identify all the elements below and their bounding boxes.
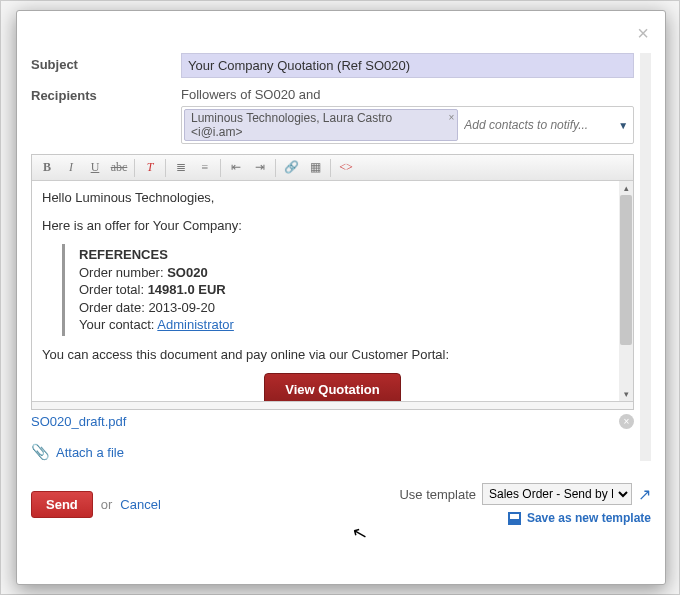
recipient-tag: Luminous Technologies, Laura Castro <i@i… bbox=[184, 109, 458, 141]
order-total-label: Order total: bbox=[79, 282, 148, 297]
view-quotation-button[interactable]: View Quotation bbox=[264, 373, 400, 401]
contact-label: Your contact: bbox=[79, 317, 157, 332]
order-date: 2013-09-20 bbox=[148, 300, 215, 315]
ol-button[interactable]: ≡ bbox=[194, 158, 216, 178]
body-intro: Here is an offer for Your Company: bbox=[42, 217, 623, 235]
references-block: REFERENCES Order number: SO020 Order tot… bbox=[62, 244, 623, 336]
portal-line: You can access this document and pay onl… bbox=[42, 346, 623, 364]
scroll-up-icon[interactable]: ▴ bbox=[619, 181, 633, 195]
save-template-label: Save as new template bbox=[527, 511, 651, 525]
modal-scrollbar[interactable] bbox=[640, 53, 651, 461]
compose-email-modal: × Subject Recipients Followers of SO020 … bbox=[16, 10, 666, 585]
cancel-button[interactable]: Cancel bbox=[120, 497, 160, 512]
recipients-label: Recipients bbox=[31, 84, 181, 103]
strike-button[interactable]: abc bbox=[108, 158, 130, 178]
subject-label: Subject bbox=[31, 53, 181, 72]
editor-body[interactable]: Hello Luminous Technologies, Here is an … bbox=[32, 181, 633, 401]
attachment-name[interactable]: SO020_draft.pdf bbox=[31, 414, 126, 429]
or-text: or bbox=[101, 497, 113, 512]
subject-input[interactable] bbox=[181, 53, 634, 78]
bold-button[interactable]: B bbox=[36, 158, 58, 178]
order-total: 14981.0 EUR bbox=[148, 282, 226, 297]
clear-format-button[interactable]: T bbox=[139, 158, 161, 178]
image-button[interactable]: ▦ bbox=[304, 158, 326, 178]
close-icon[interactable]: × bbox=[637, 23, 649, 43]
editor-resize-handle[interactable] bbox=[32, 401, 633, 409]
modal-body: Subject Recipients Followers of SO020 an… bbox=[31, 53, 651, 461]
italic-button[interactable]: I bbox=[60, 158, 82, 178]
contact-link[interactable]: Administrator bbox=[157, 317, 234, 332]
editor-toolbar: B I U abc T ≣ ≡ ⇤ ⇥ 🔗 ▦ <> bbox=[32, 155, 633, 181]
order-date-label: Order date: bbox=[79, 300, 148, 315]
underline-button[interactable]: U bbox=[84, 158, 106, 178]
references-heading: REFERENCES bbox=[79, 246, 623, 264]
modal-footer: Send or Cancel Use template Sales Order … bbox=[31, 483, 651, 525]
template-select[interactable]: Sales Order - Send by Email bbox=[482, 483, 632, 505]
outdent-button[interactable]: ⇤ bbox=[225, 158, 247, 178]
editor-scrollbar[interactable]: ▴ ▾ bbox=[619, 181, 633, 401]
order-number: SO020 bbox=[167, 265, 207, 280]
paperclip-icon: 📎 bbox=[31, 443, 50, 461]
scroll-down-icon[interactable]: ▾ bbox=[619, 387, 633, 401]
save-icon bbox=[508, 512, 521, 525]
open-external-icon[interactable]: ↗ bbox=[638, 485, 651, 504]
indent-button[interactable]: ⇥ bbox=[249, 158, 271, 178]
recipient-tag-text: Luminous Technologies, Laura Castro <i@i… bbox=[191, 111, 392, 139]
link-button[interactable]: 🔗 bbox=[280, 158, 302, 178]
attach-file-button[interactable]: 📎 Attach a file bbox=[31, 443, 634, 461]
recipient-dropdown-icon[interactable]: ▼ bbox=[615, 120, 631, 131]
order-number-label: Order number: bbox=[79, 265, 167, 280]
save-template-button[interactable]: Save as new template bbox=[508, 511, 651, 525]
send-button[interactable]: Send bbox=[31, 491, 93, 518]
attachment-row: SO020_draft.pdf × bbox=[31, 414, 634, 429]
rich-text-editor: B I U abc T ≣ ≡ ⇤ ⇥ 🔗 ▦ <> Hello bbox=[31, 154, 634, 410]
followers-text: Followers of SO020 and bbox=[181, 84, 634, 106]
ul-button[interactable]: ≣ bbox=[170, 158, 192, 178]
recipients-row: Recipients Followers of SO020 and Lumino… bbox=[31, 84, 634, 144]
editor-scroll-thumb[interactable] bbox=[620, 195, 632, 345]
recipients-input[interactable]: Luminous Technologies, Laura Castro <i@i… bbox=[181, 106, 634, 144]
body-greeting: Hello Luminous Technologies, bbox=[42, 189, 623, 207]
use-template-label: Use template bbox=[399, 487, 476, 502]
subject-row: Subject bbox=[31, 53, 634, 78]
source-button[interactable]: <> bbox=[335, 158, 357, 178]
remove-attachment-icon[interactable]: × bbox=[619, 414, 634, 429]
attach-file-label: Attach a file bbox=[56, 445, 124, 460]
remove-recipient-icon[interactable]: × bbox=[449, 112, 455, 123]
add-recipient-input[interactable] bbox=[458, 118, 615, 132]
